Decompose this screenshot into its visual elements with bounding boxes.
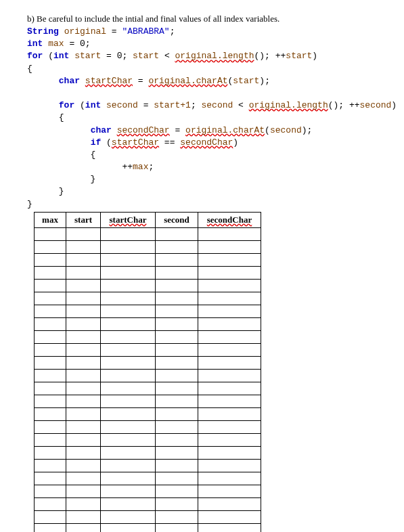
table-cell — [156, 446, 198, 459]
table-cell — [101, 369, 156, 382]
table-row — [35, 369, 261, 382]
table-row — [35, 343, 261, 356]
table-cell — [101, 317, 156, 330]
table-row — [35, 330, 261, 343]
table-cell — [198, 497, 261, 510]
arg-start: start — [233, 76, 259, 86]
table-cell — [156, 279, 198, 292]
table-row — [35, 472, 261, 485]
table-cell — [35, 343, 66, 356]
table-cell — [66, 343, 101, 356]
table-cell — [156, 317, 198, 330]
table-cell — [101, 433, 156, 446]
table-cell — [35, 356, 66, 369]
th-startchar-text: startChar — [110, 215, 147, 225]
table-cell — [198, 420, 261, 433]
arg-second: second — [270, 125, 302, 135]
table-row — [35, 317, 261, 330]
table-row — [35, 510, 261, 523]
table-cell — [156, 266, 198, 279]
table-cell — [66, 395, 101, 407]
kw-int: int — [27, 39, 43, 49]
table-cell — [66, 369, 101, 382]
table-cell — [101, 485, 156, 497]
table-cell — [35, 420, 66, 433]
call-charat: original.charAt — [148, 76, 227, 86]
table-cell — [198, 356, 261, 369]
var-secondchar: secondChar — [117, 125, 170, 135]
table-cell — [35, 446, 66, 459]
table-cell — [101, 510, 156, 523]
call-charat2: original.charAt — [185, 125, 265, 135]
table-cell — [101, 305, 156, 317]
num-zero: 0 — [80, 39, 85, 49]
table-row — [35, 253, 261, 266]
var-second2: second — [201, 100, 233, 110]
table-cell — [198, 510, 261, 523]
table-cell — [156, 292, 198, 305]
var-max: max — [48, 39, 64, 49]
table-cell — [198, 253, 261, 266]
call-length: original.length — [175, 51, 254, 61]
table-cell — [101, 292, 156, 305]
table-cell — [156, 330, 198, 343]
table-cell — [101, 279, 156, 292]
table-cell — [198, 523, 261, 532]
table-cell — [156, 227, 198, 240]
table-cell — [156, 382, 198, 395]
table-cell — [35, 433, 66, 446]
table-cell — [198, 227, 261, 240]
table-cell — [66, 356, 101, 369]
question-rest: and final values of all index variables. — [143, 14, 279, 24]
th-second: second — [156, 212, 198, 227]
kw-char: char — [59, 76, 80, 86]
kw-int2: int — [53, 51, 69, 61]
table-cell — [156, 305, 198, 317]
table-cell — [156, 369, 198, 382]
table-row — [35, 395, 261, 407]
table-cell — [101, 446, 156, 459]
trace-table: max start startChar second secondChar — [34, 212, 261, 532]
table-cell — [35, 253, 66, 266]
table-cell — [35, 330, 66, 343]
table-cell — [156, 240, 198, 253]
table-cell — [198, 433, 261, 446]
kw-char2: char — [91, 125, 112, 135]
table-cell — [101, 253, 156, 266]
table-row — [35, 266, 261, 279]
table-cell — [156, 485, 198, 497]
table-cell — [66, 382, 101, 395]
table-cell — [101, 266, 156, 279]
table-cell — [156, 472, 198, 485]
table-cell — [156, 420, 198, 433]
table-cell — [35, 266, 66, 279]
question-text: b) Be careful to include the intial and … — [27, 14, 377, 24]
var-second: second — [106, 100, 138, 110]
table-cell — [66, 330, 101, 343]
table-cell — [156, 343, 198, 356]
table-cell — [66, 305, 101, 317]
table-cell — [35, 472, 66, 485]
table-cell — [198, 485, 261, 497]
var-startchar2: startChar — [112, 137, 159, 148]
table-cell — [35, 510, 66, 523]
table-cell — [101, 356, 156, 369]
table-cell — [101, 497, 156, 510]
table-cell — [66, 446, 101, 459]
table-cell — [156, 356, 198, 369]
table-cell — [198, 240, 261, 253]
table-cell — [156, 523, 198, 532]
string-literal: "ABRABRA" — [122, 26, 169, 37]
table-cell — [66, 433, 101, 446]
table-cell — [198, 292, 261, 305]
table-header-row: max start startChar second secondChar — [35, 212, 261, 227]
table-cell — [35, 317, 66, 330]
table-row — [35, 356, 261, 369]
table-cell — [198, 369, 261, 382]
table-cell — [101, 240, 156, 253]
table-cell — [66, 472, 101, 485]
table-row — [35, 227, 261, 240]
table-cell — [66, 266, 101, 279]
kw-string: String — [27, 26, 59, 37]
table-cell — [156, 253, 198, 266]
